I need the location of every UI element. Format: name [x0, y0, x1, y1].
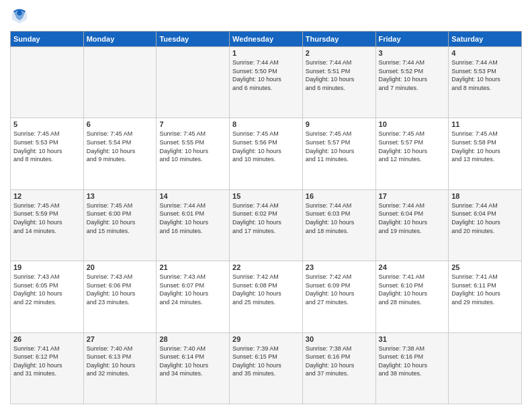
day-number: 15 [232, 192, 300, 200]
cell-info: Sunrise: 7:44 AM Sunset: 6:02 PM Dayligh… [232, 201, 300, 235]
calendar-cell: 1Sunrise: 7:44 AM Sunset: 5:50 PM Daylig… [230, 47, 303, 118]
day-number: 17 [379, 192, 446, 200]
week-row-2: 5Sunrise: 7:45 AM Sunset: 5:53 PM Daylig… [11, 118, 522, 189]
cell-info: Sunrise: 7:45 AM Sunset: 6:00 PM Dayligh… [87, 201, 154, 235]
cell-info: Sunrise: 7:42 AM Sunset: 6:09 PM Dayligh… [306, 273, 373, 306]
day-number: 12 [13, 192, 81, 200]
day-number: 26 [13, 335, 81, 343]
cell-info: Sunrise: 7:45 AM Sunset: 5:59 PM Dayligh… [13, 201, 81, 235]
page: SundayMondayTuesdayWednesdayThursdayFrid… [0, 0, 532, 411]
day-number: 22 [232, 263, 300, 271]
cell-info: Sunrise: 7:43 AM Sunset: 6:05 PM Dayligh… [13, 273, 81, 306]
calendar-cell: 11Sunrise: 7:45 AM Sunset: 5:58 PM Dayli… [449, 118, 522, 189]
day-number: 6 [87, 120, 154, 128]
calendar-cell: 23Sunrise: 7:42 AM Sunset: 6:09 PM Dayli… [302, 261, 375, 332]
calendar-cell: 14Sunrise: 7:44 AM Sunset: 6:01 PM Dayli… [157, 189, 230, 261]
cell-info: Sunrise: 7:41 AM Sunset: 6:10 PM Dayligh… [379, 273, 446, 306]
calendar-cell: 31Sunrise: 7:38 AM Sunset: 6:16 PM Dayli… [375, 332, 449, 404]
calendar-cell: 30Sunrise: 7:38 AM Sunset: 6:16 PM Dayli… [302, 332, 375, 404]
calendar-table: SundayMondayTuesdayWednesdayThursdayFrid… [10, 31, 522, 404]
calendar-cell: 17Sunrise: 7:44 AM Sunset: 6:04 PM Dayli… [375, 189, 449, 261]
calendar-cell [83, 47, 157, 118]
cell-info: Sunrise: 7:44 AM Sunset: 6:04 PM Dayligh… [451, 201, 519, 235]
cell-info: Sunrise: 7:40 AM Sunset: 6:13 PM Dayligh… [87, 345, 154, 378]
calendar-cell: 4Sunrise: 7:44 AM Sunset: 5:53 PM Daylig… [449, 47, 522, 118]
svg-point-1 [17, 11, 21, 15]
day-number: 2 [306, 49, 373, 57]
calendar-cell: 19Sunrise: 7:43 AM Sunset: 6:05 PM Dayli… [11, 261, 84, 332]
day-number: 19 [13, 263, 81, 271]
cell-info: Sunrise: 7:42 AM Sunset: 6:08 PM Dayligh… [232, 273, 300, 306]
calendar-cell: 22Sunrise: 7:42 AM Sunset: 6:08 PM Dayli… [230, 261, 303, 332]
calendar-cell: 28Sunrise: 7:40 AM Sunset: 6:14 PM Dayli… [157, 332, 230, 404]
week-row-4: 19Sunrise: 7:43 AM Sunset: 6:05 PM Dayli… [11, 261, 522, 332]
day-header-wednesday: Wednesday [230, 32, 303, 47]
calendar-cell: 26Sunrise: 7:41 AM Sunset: 6:12 PM Dayli… [11, 332, 84, 404]
day-number: 21 [159, 263, 226, 271]
calendar-cell: 8Sunrise: 7:45 AM Sunset: 5:56 PM Daylig… [230, 118, 303, 189]
cell-info: Sunrise: 7:45 AM Sunset: 5:55 PM Dayligh… [159, 130, 226, 163]
day-number: 3 [379, 49, 446, 57]
day-number: 18 [451, 192, 519, 200]
day-header-friday: Friday [375, 32, 449, 47]
day-header-sunday: Sunday [11, 32, 84, 47]
day-number: 24 [379, 263, 446, 271]
cell-info: Sunrise: 7:44 AM Sunset: 6:01 PM Dayligh… [159, 201, 226, 235]
day-header-monday: Monday [83, 32, 157, 47]
calendar-cell: 21Sunrise: 7:43 AM Sunset: 6:07 PM Dayli… [157, 261, 230, 332]
calendar-cell: 5Sunrise: 7:45 AM Sunset: 5:53 PM Daylig… [11, 118, 84, 189]
cell-info: Sunrise: 7:43 AM Sunset: 6:07 PM Dayligh… [159, 273, 226, 306]
day-number: 1 [232, 49, 300, 57]
day-number: 31 [379, 335, 446, 343]
day-number: 8 [232, 120, 300, 128]
day-number: 28 [159, 335, 226, 343]
week-row-1: 1Sunrise: 7:44 AM Sunset: 5:50 PM Daylig… [11, 47, 522, 118]
calendar-cell: 25Sunrise: 7:41 AM Sunset: 6:11 PM Dayli… [449, 261, 522, 332]
cell-info: Sunrise: 7:44 AM Sunset: 6:03 PM Dayligh… [306, 201, 373, 235]
cell-info: Sunrise: 7:44 AM Sunset: 5:50 PM Dayligh… [232, 58, 300, 92]
day-number: 25 [451, 263, 519, 271]
day-number: 23 [306, 263, 373, 271]
calendar-cell [11, 47, 84, 118]
calendar-cell: 15Sunrise: 7:44 AM Sunset: 6:02 PM Dayli… [230, 189, 303, 261]
day-header-tuesday: Tuesday [157, 32, 230, 47]
calendar-cell [157, 47, 230, 118]
cell-info: Sunrise: 7:41 AM Sunset: 6:12 PM Dayligh… [13, 345, 81, 378]
day-header-saturday: Saturday [449, 32, 522, 47]
cell-info: Sunrise: 7:43 AM Sunset: 6:06 PM Dayligh… [87, 273, 154, 306]
calendar-cell: 16Sunrise: 7:44 AM Sunset: 6:03 PM Dayli… [302, 189, 375, 261]
calendar-cell: 13Sunrise: 7:45 AM Sunset: 6:00 PM Dayli… [83, 189, 157, 261]
cell-info: Sunrise: 7:39 AM Sunset: 6:15 PM Dayligh… [232, 345, 300, 378]
day-number: 11 [451, 120, 519, 128]
calendar-cell: 24Sunrise: 7:41 AM Sunset: 6:10 PM Dayli… [375, 261, 449, 332]
header-row: SundayMondayTuesdayWednesdayThursdayFrid… [11, 32, 522, 47]
week-row-5: 26Sunrise: 7:41 AM Sunset: 6:12 PM Dayli… [11, 332, 522, 404]
day-header-thursday: Thursday [302, 32, 375, 47]
calendar-cell [449, 332, 522, 404]
day-number: 13 [87, 192, 154, 200]
calendar-cell: 7Sunrise: 7:45 AM Sunset: 5:55 PM Daylig… [157, 118, 230, 189]
cell-info: Sunrise: 7:44 AM Sunset: 5:53 PM Dayligh… [451, 58, 519, 92]
calendar-cell: 12Sunrise: 7:45 AM Sunset: 5:59 PM Dayli… [11, 189, 84, 261]
cell-info: Sunrise: 7:45 AM Sunset: 5:54 PM Dayligh… [87, 130, 154, 163]
cell-info: Sunrise: 7:38 AM Sunset: 6:16 PM Dayligh… [306, 345, 373, 378]
logo [10, 7, 32, 26]
cell-info: Sunrise: 7:38 AM Sunset: 6:16 PM Dayligh… [379, 345, 446, 378]
cell-info: Sunrise: 7:44 AM Sunset: 5:51 PM Dayligh… [306, 58, 373, 92]
calendar-cell: 2Sunrise: 7:44 AM Sunset: 5:51 PM Daylig… [302, 47, 375, 118]
day-number: 30 [306, 335, 373, 343]
calendar-cell: 27Sunrise: 7:40 AM Sunset: 6:13 PM Dayli… [83, 332, 157, 404]
calendar-cell: 10Sunrise: 7:45 AM Sunset: 5:57 PM Dayli… [375, 118, 449, 189]
day-number: 7 [159, 120, 226, 128]
day-number: 10 [379, 120, 446, 128]
day-number: 9 [306, 120, 373, 128]
cell-info: Sunrise: 7:45 AM Sunset: 5:57 PM Dayligh… [379, 130, 446, 163]
calendar-cell: 18Sunrise: 7:44 AM Sunset: 6:04 PM Dayli… [449, 189, 522, 261]
cell-info: Sunrise: 7:44 AM Sunset: 6:04 PM Dayligh… [379, 201, 446, 235]
cell-info: Sunrise: 7:44 AM Sunset: 5:52 PM Dayligh… [379, 58, 446, 92]
header [10, 7, 522, 26]
calendar-cell: 20Sunrise: 7:43 AM Sunset: 6:06 PM Dayli… [83, 261, 157, 332]
day-number: 27 [87, 335, 154, 343]
day-number: 29 [232, 335, 300, 343]
day-number: 20 [87, 263, 154, 271]
